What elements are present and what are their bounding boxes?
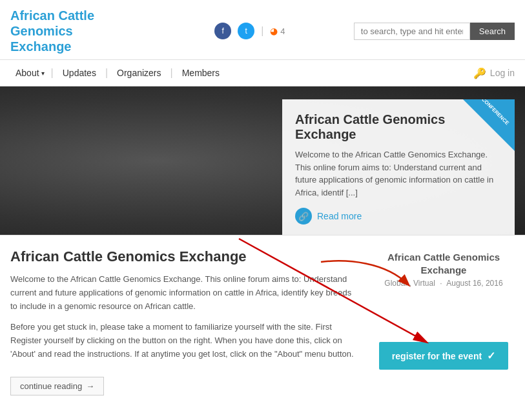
hero: CONFERENCE African Cattle Genomics Excha…	[0, 86, 525, 235]
arrow-area	[373, 307, 515, 339]
read-more-link[interactable]: 🔗 Read more	[295, 208, 502, 225]
dropdown-arrow-icon: ▾	[41, 70, 45, 77]
divider: |	[261, 25, 263, 37]
conference-badge: CONFERENCE	[463, 99, 515, 151]
nav-divider-1: |	[50, 67, 55, 79]
article: African Cattle Genomics Exchange Welcome…	[10, 248, 360, 395]
article-body: Before you get stuck in, please take a m…	[10, 321, 360, 361]
sidebar-dot: ·	[440, 279, 442, 288]
nav: About ▾ | Updates | Organizers | Members…	[0, 60, 525, 86]
register-checkmark-icon: ✓	[487, 350, 495, 362]
continue-arrow-icon: →	[86, 381, 94, 391]
red-arrow-icon	[308, 255, 411, 288]
header: African Cattle Genomics Exchange f t | ◕…	[0, 0, 525, 60]
register-button[interactable]: register for the event ✓	[379, 342, 508, 370]
read-more-icon: 🔗	[295, 208, 312, 225]
search-input[interactable]	[354, 23, 470, 40]
twitter-icon[interactable]: t	[238, 23, 254, 39]
header-center: f t | ◕ 4	[214, 23, 285, 39]
continue-reading-button[interactable]: continue reading →	[10, 377, 104, 395]
rss-count: 4	[280, 26, 285, 36]
nav-item-organizers[interactable]: Organizers	[109, 65, 169, 81]
key-icon: 🔑	[473, 67, 486, 79]
rss-icon: ◕	[270, 26, 278, 36]
article-intro: Welcome to the African Cattle Genomics E…	[10, 273, 360, 313]
facebook-icon[interactable]: f	[214, 23, 231, 39]
nav-item-updates[interactable]: Updates	[55, 65, 104, 81]
main-content: African Cattle Genomics Exchange Welcome…	[0, 235, 525, 408]
site-title[interactable]: African Cattle Genomics Exchange	[10, 8, 146, 54]
nav-divider-3: |	[169, 67, 174, 79]
hero-text: Welcome to the African Cattle Genomics E…	[295, 148, 502, 199]
article-title: African Cattle Genomics Exchange	[10, 248, 360, 265]
rss-area: ◕ 4	[270, 26, 285, 36]
search-button[interactable]: Search	[470, 23, 515, 40]
nav-login[interactable]: 🔑 Log in	[473, 67, 515, 79]
sidebar: African Cattle Genomics Exchange Global …	[373, 248, 515, 395]
hero-card: CONFERENCE African Cattle Genomics Excha…	[282, 99, 515, 235]
search-area: Search	[354, 23, 515, 40]
nav-item-about[interactable]: About ▾	[10, 65, 50, 81]
sidebar-date: August 16, 2016	[446, 279, 502, 288]
nav-divider-2: |	[104, 67, 109, 79]
nav-item-members[interactable]: Members	[174, 65, 227, 81]
